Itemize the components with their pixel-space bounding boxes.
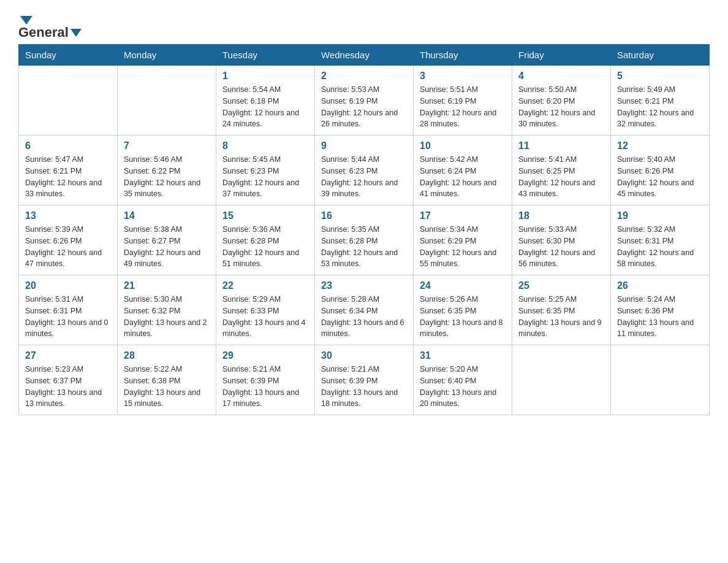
day-number: 21 bbox=[124, 280, 210, 291]
day-number: 4 bbox=[518, 71, 604, 82]
calendar-cell: 10Sunrise: 5:42 AM Sunset: 6:24 PM Dayli… bbox=[414, 136, 512, 205]
day-info: Sunrise: 5:28 AM Sunset: 6:34 PM Dayligh… bbox=[321, 294, 407, 340]
calendar-cell bbox=[19, 66, 118, 136]
weekday-header-wednesday: Wednesday bbox=[315, 45, 414, 66]
day-number: 7 bbox=[124, 140, 210, 151]
day-number: 8 bbox=[222, 140, 308, 151]
day-info: Sunrise: 5:38 AM Sunset: 6:27 PM Dayligh… bbox=[124, 224, 210, 270]
day-number: 10 bbox=[420, 140, 506, 151]
day-info: Sunrise: 5:30 AM Sunset: 6:32 PM Dayligh… bbox=[124, 294, 210, 340]
day-number: 16 bbox=[321, 210, 407, 221]
calendar-cell: 3Sunrise: 5:51 AM Sunset: 6:19 PM Daylig… bbox=[414, 66, 512, 136]
logo-general2: General bbox=[18, 25, 69, 40]
day-number: 17 bbox=[420, 210, 506, 221]
day-info: Sunrise: 5:53 AM Sunset: 6:19 PM Dayligh… bbox=[321, 84, 407, 130]
day-number: 11 bbox=[518, 140, 604, 151]
day-info: Sunrise: 5:44 AM Sunset: 6:23 PM Dayligh… bbox=[321, 154, 407, 200]
day-info: Sunrise: 5:24 AM Sunset: 6:36 PM Dayligh… bbox=[617, 294, 703, 340]
day-info: Sunrise: 5:21 AM Sunset: 6:39 PM Dayligh… bbox=[321, 364, 407, 410]
day-info: Sunrise: 5:26 AM Sunset: 6:35 PM Dayligh… bbox=[420, 294, 506, 340]
calendar-cell: 2Sunrise: 5:53 AM Sunset: 6:19 PM Daylig… bbox=[315, 66, 414, 136]
day-info: Sunrise: 5:39 AM Sunset: 6:26 PM Dayligh… bbox=[25, 224, 111, 270]
calendar-cell bbox=[118, 66, 216, 136]
calendar-cell: 12Sunrise: 5:40 AM Sunset: 6:26 PM Dayli… bbox=[611, 136, 710, 205]
day-number: 6 bbox=[25, 140, 111, 151]
calendar-week-row: 1Sunrise: 5:54 AM Sunset: 6:18 PM Daylig… bbox=[19, 66, 710, 136]
calendar-week-row: 13Sunrise: 5:39 AM Sunset: 6:26 PM Dayli… bbox=[19, 205, 710, 275]
calendar-cell: 6Sunrise: 5:47 AM Sunset: 6:21 PM Daylig… bbox=[19, 136, 118, 205]
day-number: 28 bbox=[124, 350, 210, 361]
day-info: Sunrise: 5:35 AM Sunset: 6:28 PM Dayligh… bbox=[321, 224, 407, 270]
day-info: Sunrise: 5:49 AM Sunset: 6:21 PM Dayligh… bbox=[617, 84, 703, 130]
calendar-cell: 29Sunrise: 5:21 AM Sunset: 6:39 PM Dayli… bbox=[216, 345, 315, 415]
day-number: 31 bbox=[420, 350, 506, 361]
day-number: 29 bbox=[222, 350, 308, 361]
logo: General bbox=[18, 12, 83, 38]
day-number: 1 bbox=[222, 71, 308, 82]
weekday-header-tuesday: Tuesday bbox=[216, 45, 315, 66]
day-number: 24 bbox=[420, 280, 506, 291]
day-info: Sunrise: 5:47 AM Sunset: 6:21 PM Dayligh… bbox=[25, 154, 111, 200]
day-number: 25 bbox=[518, 280, 604, 291]
calendar-cell: 4Sunrise: 5:50 AM Sunset: 6:20 PM Daylig… bbox=[512, 66, 611, 136]
calendar-cell: 11Sunrise: 5:41 AM Sunset: 6:25 PM Dayli… bbox=[512, 136, 611, 205]
day-info: Sunrise: 5:22 AM Sunset: 6:38 PM Dayligh… bbox=[124, 364, 210, 410]
day-info: Sunrise: 5:36 AM Sunset: 6:28 PM Dayligh… bbox=[222, 224, 308, 270]
day-number: 27 bbox=[25, 350, 111, 361]
calendar-cell: 18Sunrise: 5:33 AM Sunset: 6:30 PM Dayli… bbox=[512, 205, 611, 275]
calendar-cell: 1Sunrise: 5:54 AM Sunset: 6:18 PM Daylig… bbox=[216, 66, 315, 136]
calendar-cell: 22Sunrise: 5:29 AM Sunset: 6:33 PM Dayli… bbox=[216, 275, 315, 345]
day-number: 19 bbox=[617, 210, 703, 221]
day-info: Sunrise: 5:23 AM Sunset: 6:37 PM Dayligh… bbox=[25, 364, 111, 410]
calendar-cell: 8Sunrise: 5:45 AM Sunset: 6:23 PM Daylig… bbox=[216, 136, 315, 205]
calendar-cell: 24Sunrise: 5:26 AM Sunset: 6:35 PM Dayli… bbox=[414, 275, 512, 345]
calendar-cell: 14Sunrise: 5:38 AM Sunset: 6:27 PM Dayli… bbox=[118, 205, 216, 275]
weekday-header-monday: Monday bbox=[118, 45, 216, 66]
calendar-cell: 26Sunrise: 5:24 AM Sunset: 6:36 PM Dayli… bbox=[611, 275, 710, 345]
calendar-cell: 15Sunrise: 5:36 AM Sunset: 6:28 PM Dayli… bbox=[216, 205, 315, 275]
day-info: Sunrise: 5:32 AM Sunset: 6:31 PM Dayligh… bbox=[617, 224, 703, 270]
logo-arrow-icon bbox=[20, 16, 32, 25]
calendar-cell: 9Sunrise: 5:44 AM Sunset: 6:23 PM Daylig… bbox=[315, 136, 414, 205]
calendar-cell: 21Sunrise: 5:30 AM Sunset: 6:32 PM Dayli… bbox=[118, 275, 216, 345]
calendar-cell: 20Sunrise: 5:31 AM Sunset: 6:31 PM Dayli… bbox=[19, 275, 118, 345]
calendar-cell bbox=[611, 345, 710, 415]
day-info: Sunrise: 5:50 AM Sunset: 6:20 PM Dayligh… bbox=[518, 84, 604, 130]
day-number: 5 bbox=[617, 71, 703, 82]
weekday-header-thursday: Thursday bbox=[414, 45, 512, 66]
calendar-cell bbox=[512, 345, 611, 415]
calendar-cell: 27Sunrise: 5:23 AM Sunset: 6:37 PM Dayli… bbox=[19, 345, 118, 415]
day-number: 14 bbox=[124, 210, 210, 221]
day-info: Sunrise: 5:20 AM Sunset: 6:40 PM Dayligh… bbox=[420, 364, 506, 410]
day-info: Sunrise: 5:42 AM Sunset: 6:24 PM Dayligh… bbox=[420, 154, 506, 200]
day-number: 23 bbox=[321, 280, 407, 291]
calendar-cell: 7Sunrise: 5:46 AM Sunset: 6:22 PM Daylig… bbox=[118, 136, 216, 205]
day-number: 2 bbox=[321, 71, 407, 82]
calendar-cell: 19Sunrise: 5:32 AM Sunset: 6:31 PM Dayli… bbox=[611, 205, 710, 275]
day-info: Sunrise: 5:41 AM Sunset: 6:25 PM Dayligh… bbox=[518, 154, 604, 200]
day-number: 20 bbox=[25, 280, 111, 291]
day-info: Sunrise: 5:21 AM Sunset: 6:39 PM Dayligh… bbox=[222, 364, 308, 410]
calendar-cell: 17Sunrise: 5:34 AM Sunset: 6:29 PM Dayli… bbox=[414, 205, 512, 275]
day-number: 9 bbox=[321, 140, 407, 151]
day-number: 22 bbox=[222, 280, 308, 291]
day-number: 12 bbox=[617, 140, 703, 151]
logo-chevron-icon bbox=[70, 29, 82, 37]
day-info: Sunrise: 5:54 AM Sunset: 6:18 PM Dayligh… bbox=[222, 84, 308, 130]
page-header: General bbox=[18, 12, 710, 38]
day-info: Sunrise: 5:29 AM Sunset: 6:33 PM Dayligh… bbox=[222, 294, 308, 340]
day-number: 13 bbox=[25, 210, 111, 221]
day-info: Sunrise: 5:45 AM Sunset: 6:23 PM Dayligh… bbox=[222, 154, 308, 200]
day-info: Sunrise: 5:33 AM Sunset: 6:30 PM Dayligh… bbox=[518, 224, 604, 270]
day-info: Sunrise: 5:46 AM Sunset: 6:22 PM Dayligh… bbox=[124, 154, 210, 200]
calendar-cell: 25Sunrise: 5:25 AM Sunset: 6:35 PM Dayli… bbox=[512, 275, 611, 345]
day-info: Sunrise: 5:25 AM Sunset: 6:35 PM Dayligh… bbox=[518, 294, 604, 340]
calendar-week-row: 6Sunrise: 5:47 AM Sunset: 6:21 PM Daylig… bbox=[19, 136, 710, 205]
day-info: Sunrise: 5:31 AM Sunset: 6:31 PM Dayligh… bbox=[25, 294, 111, 340]
weekday-header-sunday: Sunday bbox=[19, 45, 118, 66]
day-number: 30 bbox=[321, 350, 407, 361]
calendar-cell: 16Sunrise: 5:35 AM Sunset: 6:28 PM Dayli… bbox=[315, 205, 414, 275]
calendar-week-row: 20Sunrise: 5:31 AM Sunset: 6:31 PM Dayli… bbox=[19, 275, 710, 345]
day-number: 26 bbox=[617, 280, 703, 291]
calendar-cell: 28Sunrise: 5:22 AM Sunset: 6:38 PM Dayli… bbox=[118, 345, 216, 415]
